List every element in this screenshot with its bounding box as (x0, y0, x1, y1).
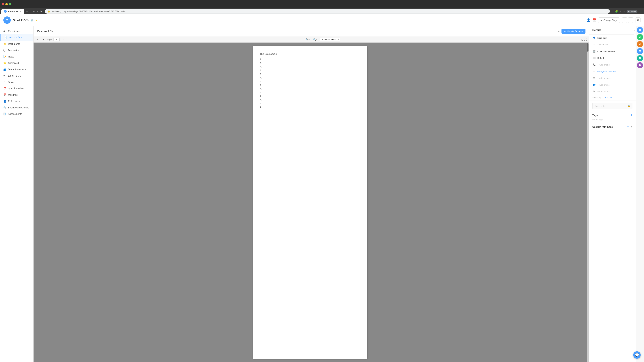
discussion-icon: 💬 (3, 49, 6, 52)
detail-profile-row[interactable]: 👥 + Add profile (589, 81, 636, 88)
detail-address-row[interactable]: ⊞ + Add address (589, 75, 636, 81)
update-resume-btn[interactable]: ⟳ Update Resume (562, 29, 586, 34)
sidebar-item-references[interactable]: 👤 References (0, 98, 33, 104)
team-scorecards-icon: 👥 (3, 68, 6, 71)
candidate-name: Mika Dom (13, 18, 28, 22)
star-icon[interactable]: ★ (35, 18, 38, 22)
custom-attributes-header: Custom Attributes + ▼ (592, 125, 632, 129)
detail-phone-placeholder: + Add phone (598, 63, 610, 66)
sidebar-item-scorecard[interactable]: ⭐ Scorecard (0, 60, 33, 66)
download-icon[interactable]: ⬇ (620, 10, 621, 13)
email-detail-icon: ✉ (592, 70, 596, 73)
sidebar-item-discussion[interactable]: 💬 Discussion (0, 47, 33, 53)
company-icon: 🏢 (592, 50, 596, 53)
detail-company: Customer Service (598, 50, 615, 53)
pdf-line-2: A (260, 62, 360, 64)
background-checks-icon: 🔍 (3, 106, 6, 109)
next-candidate-btn[interactable]: → (628, 17, 633, 23)
pdf-line-3: A (260, 65, 360, 68)
win-close[interactable]: ✕ (2, 3, 4, 5)
tags-add-btn[interactable]: + (630, 113, 632, 117)
sidebar-item-tasks[interactable]: ✓ Tasks (0, 79, 33, 85)
sidebar-item-questionnaires[interactable]: ❓ Questionnaires (0, 85, 33, 92)
custom-attributes-add-btn[interactable]: + (627, 125, 629, 129)
reload-btn[interactable]: ↻ (40, 10, 42, 13)
sidebar-item-notes[interactable]: 📝 Notes (0, 53, 33, 60)
pdf-zoom-select[interactable]: Automatic Zoom 50% 100% 150% (320, 38, 340, 41)
resume-icon: 📄 (4, 36, 7, 39)
center-panel: Resume / CV ☁ ⟳ Update Resume ▲ ▼ Page: … (34, 26, 589, 362)
pdf-main: This is a sample A A A A A A A A A A A A… (34, 42, 587, 362)
avatar-j1[interactable]: J (637, 34, 643, 40)
prev-candidate-btn[interactable]: ← (622, 17, 627, 23)
change-stage-btn[interactable]: ⇄ Change Stage (598, 17, 620, 23)
calendar-icon[interactable]: 📅 (592, 18, 596, 22)
add-user-icon[interactable]: 👤 (587, 18, 590, 22)
detail-source-row[interactable]: ⚑ + Add source (589, 88, 636, 95)
quick-note-input[interactable]: Quick note 🔒 (592, 103, 632, 109)
app: M Mika Dom 📡 ★ ⋮ 👤 📅 ⇄ Change Stage ← → … (0, 14, 644, 362)
pdf-print-btn[interactable]: 🖨 (580, 38, 583, 41)
browser-tabs: B Breezy HR ✕ + ← → ↻ 🔒 app.breezy.hr/ap… (0, 8, 644, 14)
sidebar-item-resume-cv[interactable]: 📄 Resume / CV (0, 34, 33, 41)
added-by-name[interactable]: Lauren Deli (602, 96, 612, 99)
extensions-icon[interactable]: 🧩 (615, 10, 618, 13)
sidebar-item-email-sms[interactable]: ✉ Email / SMS (0, 72, 33, 79)
pdf-page: This is a sample A A A A A A A A A A A A… (253, 46, 367, 359)
win-min[interactable]: − (5, 3, 8, 5)
sidebar-item-documents[interactable]: 📁 Documents (0, 41, 33, 47)
sidebar-item-background-checks[interactable]: 🔍 Background Checks (0, 104, 33, 111)
close-candidate-btn[interactable]: ✕ (635, 17, 641, 23)
avatar-c[interactable]: C (637, 27, 643, 33)
update-resume-label: Update Resume (567, 30, 583, 32)
custom-attributes-expand-icon[interactable]: ▼ (630, 125, 632, 128)
bookmark-icon[interactable]: ☆ (612, 10, 614, 13)
menu-icon[interactable]: ⋮ (639, 10, 641, 13)
pdf-line-11: A (260, 95, 360, 97)
detail-phone-row[interactable]: 📞 + Add phone (589, 61, 636, 68)
avatar-n[interactable]: N (637, 55, 643, 61)
sidebar-label-documents: Documents (8, 42, 20, 45)
upload-icon[interactable]: ☁ (557, 30, 560, 33)
detail-email[interactable]: dom@sample.com (598, 70, 616, 73)
back-btn[interactable]: ← (32, 10, 35, 13)
avatar-j2[interactable]: J (637, 41, 643, 47)
more-options-icon[interactable]: ⋮ (582, 18, 585, 22)
active-tab[interactable]: B Breezy HR ✕ (1, 9, 24, 14)
tab-close-btn[interactable]: ✕ (20, 10, 22, 12)
win-max[interactable]: + (9, 3, 11, 5)
new-tab-btn[interactable]: + (25, 10, 29, 13)
lock-icon: 🔒 (628, 105, 630, 107)
add-tags-placeholder[interactable]: + Add tags (592, 118, 603, 121)
address-bar[interactable]: 🔒 app.breezy.hr/app/c/moodjoy/p/5b46f90d… (45, 9, 610, 13)
pdf-toolbar: ▲ ▼ Page: of 1 🔍− 🔍+ Automatic Zoom 50% … (34, 37, 589, 42)
sidebar-item-meetings[interactable]: 📅 Meetings (0, 92, 33, 98)
sidebar-item-team-scorecards[interactable]: 👥 Team Scorecards (0, 66, 33, 72)
tags-header: Tags + (592, 113, 632, 117)
assessments-icon: 📊 (3, 112, 6, 115)
pdf-page-input[interactable] (54, 38, 60, 41)
source-icon: ⚑ (592, 90, 596, 93)
sidebar-item-assessments[interactable]: 📊 Assessments (0, 111, 33, 117)
pdf-zoom-out-btn[interactable]: 🔍− (304, 38, 311, 41)
chat-bubble[interactable]: 💬 (633, 351, 641, 359)
pdf-zoom-in-btn[interactable]: 🔍+ (312, 38, 318, 41)
sidebar-item-experience[interactable]: ◈ Experience (0, 28, 33, 34)
detail-address-placeholder: + Add address (598, 77, 611, 79)
pdf-scrollbar[interactable] (587, 42, 589, 362)
detail-headline-placeholder: + Headline (598, 43, 608, 46)
avatar-b[interactable]: B (637, 62, 643, 68)
pdf-line-9: A (260, 87, 360, 90)
screen-icon[interactable]: ⊡ (623, 10, 625, 13)
avatar-m[interactable]: M (637, 48, 643, 54)
pdf-fullscreen-btn[interactable]: ⛶ (584, 38, 587, 41)
pdf-prev-btn[interactable]: ▲ (36, 38, 40, 41)
meetings-icon: 📅 (3, 93, 6, 96)
nav-arrows: ← → (622, 17, 633, 23)
detail-headline-row[interactable]: ≡ + Headline (589, 41, 636, 48)
browser-titlebar: ✕ − + (0, 0, 644, 8)
pdf-sample-text: This is a sample (260, 53, 360, 55)
pdf-scroll-thumb[interactable] (587, 43, 588, 52)
forward-btn[interactable]: → (36, 10, 38, 13)
pdf-next-btn[interactable]: ▼ (41, 38, 46, 41)
